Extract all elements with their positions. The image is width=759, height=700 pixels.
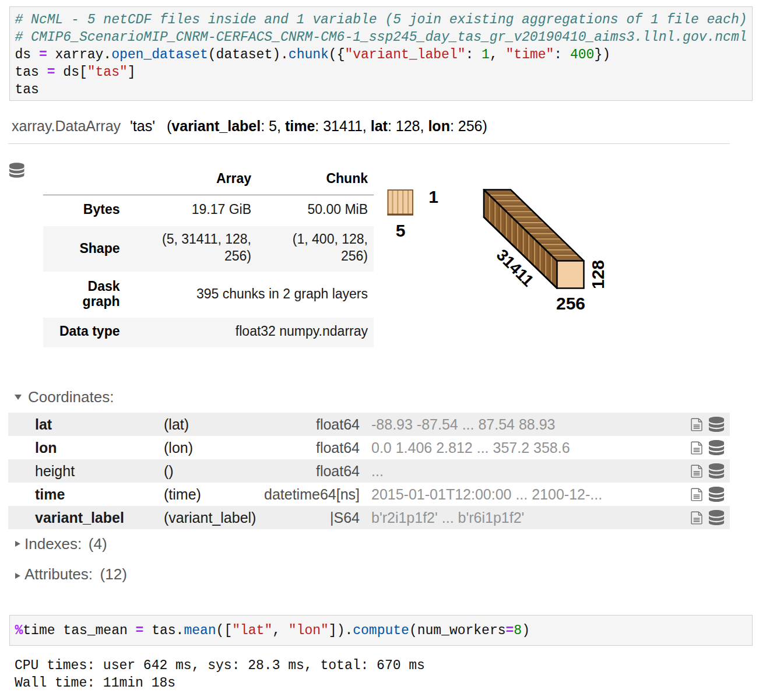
svg-text:128: 128 bbox=[588, 260, 607, 289]
svg-text:256: 256 bbox=[556, 294, 585, 313]
svg-text:1: 1 bbox=[428, 187, 438, 206]
svg-text:5: 5 bbox=[396, 221, 406, 240]
